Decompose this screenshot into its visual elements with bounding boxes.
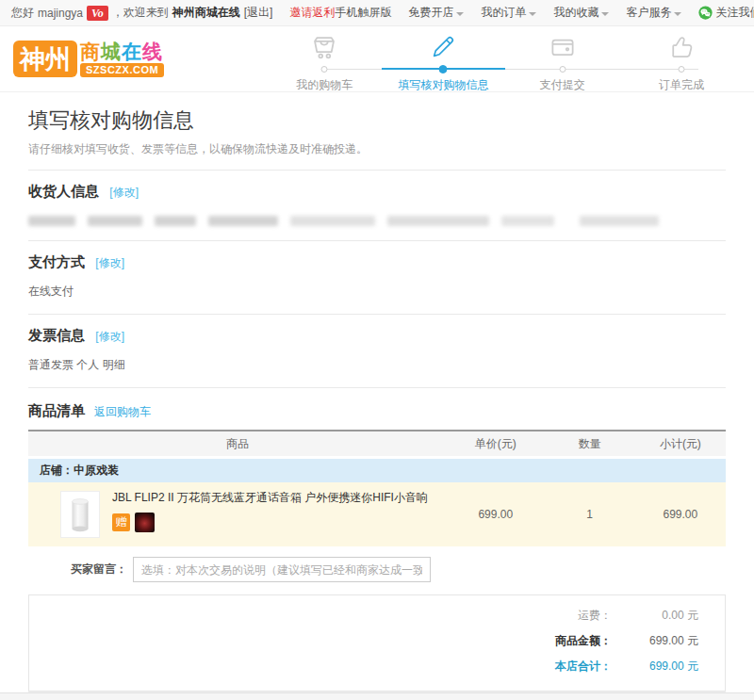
site-name: 神州商城在线 bbox=[172, 5, 240, 21]
order-list-header: 商品清单 返回购物车 bbox=[28, 402, 726, 420]
buyer-message-input[interactable] bbox=[133, 557, 431, 582]
nav-customer-service[interactable]: 客户服务 bbox=[626, 5, 681, 21]
invite-rebate-link[interactable]: 邀请返利 bbox=[289, 5, 335, 21]
step-payment: 支付提交 bbox=[503, 28, 622, 65]
main-content: 填写核对购物信息 请仔细核对填写收货、发票等信息，以确保物流快递及时准确投递。 … bbox=[0, 106, 754, 700]
logo-subtitle: 商城在线 bbox=[80, 41, 164, 63]
section-payment: 支付方式 [修改] 在线支付 bbox=[28, 241, 726, 315]
product-qty: 1 bbox=[545, 508, 635, 521]
product-subtotal: 699.00 bbox=[635, 508, 726, 521]
chevron-down-icon bbox=[601, 12, 609, 16]
gift-item-thumbnail[interactable] bbox=[135, 513, 155, 532]
product-info: JBL FLIP2 II 万花筒无线蓝牙通话音箱 户外便携迷你HIFI小音响 赠 bbox=[112, 491, 428, 532]
shipping-value: 0.00 元 bbox=[612, 608, 698, 624]
blurred-text-block bbox=[28, 216, 75, 226]
wallet-icon bbox=[549, 32, 577, 62]
section-invoice: 发票信息 [修改] 普通发票 个人 明细 bbox=[28, 315, 726, 388]
gift-badge: 赠 bbox=[112, 513, 130, 531]
order-summary-box: 运费： 0.00 元 商品金额： 699.00 元 本店合计： 699.00 元 bbox=[28, 594, 726, 692]
consignee-title: 收货人信息 bbox=[28, 183, 99, 199]
pencil-icon bbox=[429, 32, 457, 62]
payment-title: 支付方式 bbox=[28, 253, 85, 269]
product-row: JBL FLIP2 II 万花筒无线蓝牙通话音箱 户外便携迷你HIFI小音响 赠… bbox=[28, 482, 726, 546]
blurred-text-block bbox=[155, 216, 196, 226]
product-image[interactable] bbox=[60, 491, 100, 538]
col-header-price: 单价(元) bbox=[447, 436, 545, 452]
summary-shipping-row: 运费： 0.00 元 bbox=[29, 603, 698, 628]
page-title: 填写核对购物信息 bbox=[28, 106, 726, 135]
speaker-image bbox=[64, 494, 96, 535]
buyer-message-row: 买家留言： bbox=[28, 546, 726, 594]
goods-amount-value: 699.00 元 bbox=[612, 633, 698, 649]
blurred-text-block bbox=[580, 216, 659, 226]
invoice-title: 发票信息 bbox=[28, 327, 85, 343]
blurred-text-block bbox=[88, 216, 142, 226]
store-row: 店铺：中原戏装 bbox=[28, 459, 726, 482]
step-complete: 订单完成 bbox=[622, 28, 741, 65]
product-badges: 赠 bbox=[112, 513, 428, 532]
logo-domain: SZSCZX.COM bbox=[80, 63, 164, 77]
step-label: 填写核对购物信息 bbox=[384, 77, 502, 93]
buyer-message-label: 买家留言： bbox=[71, 562, 127, 578]
greeting: 您好 majingya Vo ，欢迎来到 神州商城在线 [退出] 邀请返利 bbox=[11, 5, 335, 21]
logo-right: 商城在线 SZSCZX.COM bbox=[80, 41, 164, 77]
greeting-prefix: 您好 bbox=[11, 5, 34, 21]
nav-mobile-version[interactable]: 手机触屏版 bbox=[335, 5, 391, 21]
step-my-cart: 我的购物车 bbox=[265, 28, 384, 65]
step-label: 我的购物车 bbox=[265, 77, 384, 93]
page-subtitle: 请仔细核对填写收货、发票等信息，以确保物流快递及时准确投递。 bbox=[28, 141, 726, 171]
product-cell: JBL FLIP2 II 万花筒无线蓝牙通话音箱 户外便携迷你HIFI小音响 赠 bbox=[28, 491, 447, 538]
top-bar: 您好 majingya Vo ，欢迎来到 神州商城在线 [退出] 邀请返利 手机… bbox=[0, 0, 754, 26]
cart-icon bbox=[310, 32, 338, 62]
order-list-title: 商品清单 bbox=[28, 402, 85, 420]
blurred-text-block bbox=[387, 216, 489, 226]
nav-open-shop[interactable]: 免费开店 bbox=[408, 5, 464, 21]
chevron-down-icon bbox=[674, 12, 681, 16]
goods-table: 商品 单价(元) 数量 小计(元) 店铺：中原戏装 bbox=[28, 430, 726, 594]
goods-amount-label: 商品金额： bbox=[555, 633, 612, 649]
steps-line bbox=[322, 69, 698, 70]
thumbs-up-icon bbox=[667, 32, 696, 62]
step-dot-active bbox=[439, 65, 448, 73]
chevron-down-icon bbox=[529, 12, 536, 16]
back-to-cart-link[interactable]: 返回购物车 bbox=[94, 404, 151, 420]
store-total-value: 699.00 元 bbox=[612, 659, 698, 675]
invoice-value: 普通发票 个人 明细 bbox=[28, 357, 726, 373]
col-header-product: 商品 bbox=[28, 436, 447, 452]
blurred-text-block bbox=[501, 216, 554, 226]
wechat-icon bbox=[698, 6, 713, 20]
invoice-edit-link[interactable]: [修改] bbox=[95, 330, 124, 343]
section-consignee: 收货人信息 [修改] bbox=[28, 171, 726, 241]
topbar-nav: 手机触屏版 免费开店 我的订单 我的收藏 客户服务 关注我们 bbox=[335, 5, 754, 21]
payment-edit-link[interactable]: [修改] bbox=[95, 256, 124, 269]
payment-value: 在线支付 bbox=[28, 284, 726, 300]
shipping-label: 运费： bbox=[578, 608, 612, 624]
vip-badge: Vo bbox=[87, 6, 108, 21]
logout-link[interactable]: [退出] bbox=[244, 5, 273, 21]
step-label: 订单完成 bbox=[622, 77, 741, 93]
site-header: 神州 商城在线 SZSCZX.COM 我的购物车 bbox=[0, 26, 754, 92]
chevron-down-icon bbox=[456, 12, 464, 16]
footer-strip bbox=[0, 692, 754, 700]
step-label: 支付提交 bbox=[503, 77, 622, 93]
col-header-subtotal: 小计(元) bbox=[635, 436, 726, 452]
step-dot bbox=[678, 66, 684, 73]
site-logo[interactable]: 神州 商城在线 SZSCZX.COM bbox=[13, 41, 164, 77]
welcome-text: ，欢迎来到 bbox=[112, 5, 169, 21]
step-dot bbox=[559, 66, 566, 73]
nav-my-orders[interactable]: 我的订单 bbox=[481, 5, 536, 21]
username: majingya bbox=[38, 7, 83, 20]
blurred-address bbox=[28, 215, 726, 226]
summary-store-total-row: 本店合计： 699.00 元 bbox=[29, 654, 698, 679]
nav-follow-us[interactable]: 关注我们 bbox=[698, 5, 754, 21]
step-dot bbox=[321, 66, 328, 73]
product-name-link[interactable]: JBL FLIP2 II 万花筒无线蓝牙通话音箱 户外便携迷你HIFI小音响 bbox=[112, 491, 428, 506]
blurred-text-block bbox=[208, 216, 278, 226]
nav-my-favorites[interactable]: 我的收藏 bbox=[553, 5, 609, 21]
summary-goods-amount-row: 商品金额： 699.00 元 bbox=[29, 628, 698, 654]
consignee-edit-link[interactable]: [修改] bbox=[109, 186, 139, 199]
col-header-qty: 数量 bbox=[545, 436, 635, 452]
product-price: 699.00 bbox=[447, 508, 545, 521]
table-header-row: 商品 单价(元) 数量 小计(元) bbox=[28, 431, 726, 456]
store-total-label: 本店合计： bbox=[555, 659, 612, 675]
